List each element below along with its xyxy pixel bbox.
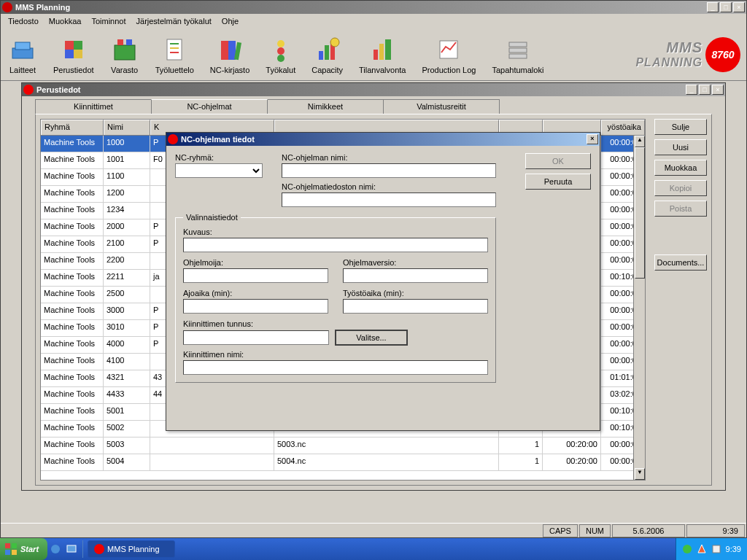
tray-icon-2[interactable] [697, 544, 707, 554]
tool-laitteet[interactable]: Laitteet [7, 34, 39, 76]
nctiedosto-input[interactable] [282, 192, 496, 207]
svg-rect-4 [65, 50, 74, 58]
poista-button[interactable]: Poista [654, 201, 707, 217]
brand-line1: MMS [635, 39, 703, 56]
kiinnimi-label: Kiinnittimen nimi: [183, 350, 488, 359]
quicklaunch-ie-icon[interactable] [50, 543, 61, 555]
menu-jarjestelman-tyokalut[interactable]: Järjestelmän työkalut [132, 15, 216, 27]
brand-badge: 8760 [705, 37, 740, 72]
ajoaika-input[interactable] [183, 299, 328, 314]
scroll-up-button[interactable]: ▲ [635, 136, 645, 147]
tab-kiinnittimet[interactable]: Kiinnittimet [35, 99, 152, 114]
tool-tyokalut[interactable]: Työkalut [264, 34, 297, 76]
taskbar: Start MMS Planning 9:39 [0, 538, 747, 560]
ohjelmoija-input[interactable] [183, 268, 328, 283]
kopioi-button[interactable]: Kopioi [654, 180, 707, 196]
sulje-button[interactable]: Sulje [654, 119, 707, 135]
svg-rect-28 [509, 48, 527, 52]
col-tyosto[interactable]: yöstöaika [601, 120, 645, 135]
svg-rect-35 [67, 545, 76, 552]
child-close-button[interactable]: × [712, 85, 724, 95]
taskbar-item-mms[interactable]: MMS Planning [88, 540, 175, 558]
ok-button[interactable]: OK [525, 153, 591, 169]
valinnaistiedot-fieldset: Valinnaistiedot Kuvaus: Ohjelmoija: Ohje… [175, 213, 496, 383]
tool-tyoluettelo[interactable]: Työluettelo [154, 34, 196, 76]
svg-rect-19 [319, 51, 323, 60]
tyostoaika-input[interactable] [343, 299, 488, 314]
start-button[interactable]: Start [0, 538, 47, 560]
tab-nimikkeet[interactable]: Nimikkeet [267, 99, 384, 114]
tool-productionlog[interactable]: Production Log [420, 34, 477, 76]
child-minimize-button[interactable]: _ [686, 85, 697, 95]
svg-point-16 [277, 40, 285, 47]
child-titlebar: Perustiedot _ □ × [22, 83, 725, 96]
menu-muokkaa[interactable]: Muokkaa [44, 15, 86, 27]
tray-icon-1[interactable] [682, 544, 692, 554]
status-time: 9:39 [686, 524, 745, 537]
peruuta-button[interactable]: Peruuta [525, 174, 591, 190]
svg-rect-5 [74, 50, 82, 58]
nclibrary-icon [215, 35, 244, 64]
svg-rect-14 [228, 41, 236, 60]
tool-perustiedot[interactable]: Perustiedot [52, 34, 96, 76]
tabs: Kiinnittimet NC-ohjelmat Nimikkeet Valmi… [22, 96, 725, 114]
table-row[interactable]: Machine Tools50035003.nc100:20:0000:00:0… [41, 438, 645, 454]
monitoring-icon [368, 35, 397, 64]
col-nimi[interactable]: Nimi [104, 120, 150, 135]
tool-tilanvalvonta[interactable]: Tilanvalvonta [357, 34, 407, 76]
modal-icon [168, 134, 178, 144]
tool-tapahtumaloki[interactable]: Tapahtumaloki [490, 34, 545, 76]
col-ryhma[interactable]: Ryhmä [41, 120, 104, 135]
svg-rect-3 [74, 41, 82, 50]
restore-button[interactable]: □ [720, 2, 732, 12]
svg-rect-27 [509, 42, 527, 47]
kuvaus-input[interactable] [183, 238, 488, 252]
brand: MMS PLANNING 8760 [635, 37, 740, 72]
close-button[interactable]: × [733, 2, 745, 12]
ohjelmaversio-input[interactable] [343, 268, 488, 283]
valitse-button[interactable]: Valitse... [335, 330, 408, 346]
uusi-button[interactable]: Uusi [654, 139, 707, 155]
tab-valmistusreitit[interactable]: Valmistusreitit [383, 99, 500, 114]
documents-button[interactable]: Documents... [654, 254, 707, 271]
scroll-down-button[interactable]: ▼ [635, 468, 645, 480]
capacity-icon [313, 35, 342, 64]
svg-rect-33 [12, 550, 17, 555]
kiintunnus-input[interactable] [183, 330, 329, 345]
minimize-button[interactable]: _ [707, 2, 719, 12]
ncnimi-input[interactable] [282, 163, 496, 178]
app-titlebar: MMS Planning _ □ × [1, 1, 746, 14]
svg-rect-23 [374, 50, 378, 60]
system-tray: 9:39 [676, 538, 747, 560]
svg-rect-2 [65, 41, 74, 50]
svg-rect-37 [713, 545, 720, 553]
tray-icon-3[interactable] [711, 544, 721, 554]
menu-toiminnot[interactable]: Toiminnot [87, 15, 130, 27]
menu-ohje[interactable]: Ohje [217, 15, 243, 27]
ncryhma-select[interactable] [175, 163, 263, 178]
svg-rect-32 [5, 550, 10, 555]
scroll-thumb[interactable] [635, 147, 645, 279]
app-title: MMS Planning [15, 3, 707, 12]
scrollbar[interactable]: ▲ ▼ [633, 136, 645, 480]
ohjelmoija-label: Ohjelmoija: [183, 258, 328, 267]
muokkaa-button[interactable]: Muokkaa [654, 160, 707, 176]
modal-title: NC-ohjelman tiedot [181, 135, 587, 144]
tab-nc-ohjelmat[interactable]: NC-ohjelmat [151, 99, 268, 114]
app-window: MMS Planning _ □ × Tiedosto Muokkaa Toim… [0, 0, 747, 538]
tool-varasto[interactable]: Varasto [109, 34, 141, 76]
tool-nckirjasto[interactable]: NC-kirjasto [209, 34, 251, 76]
svg-point-34 [51, 545, 60, 553]
svg-point-17 [277, 47, 285, 55]
toolbar: Laitteet Perustiedot Varasto Työluettelo… [1, 28, 746, 81]
quicklaunch-desktop-icon[interactable] [66, 543, 77, 555]
child-maximize-button[interactable]: □ [699, 85, 711, 95]
modal-close-button[interactable]: × [587, 134, 598, 144]
productionlog-icon [434, 35, 463, 64]
tool-capacity[interactable]: Capacity [310, 34, 344, 76]
kiinnimi-input[interactable] [183, 360, 488, 375]
menu-tiedosto[interactable]: Tiedosto [4, 15, 43, 27]
table-row[interactable]: Machine Tools50045004.nc100:20:0000:00:0… [41, 454, 645, 471]
basedata-icon [59, 35, 88, 64]
svg-rect-8 [126, 39, 132, 45]
